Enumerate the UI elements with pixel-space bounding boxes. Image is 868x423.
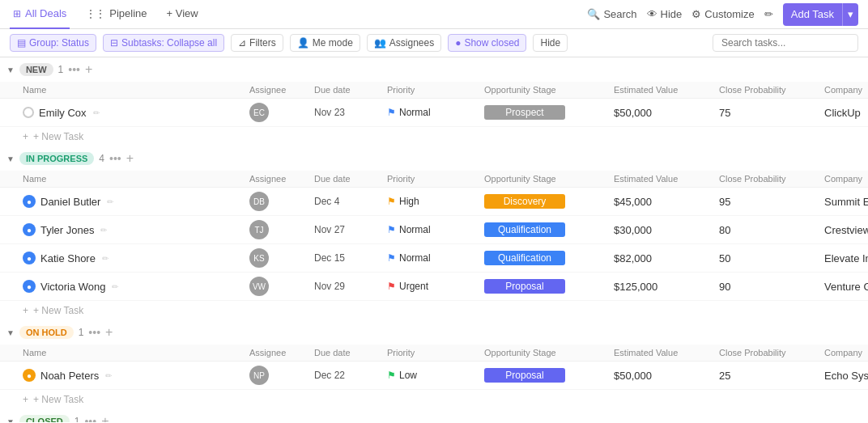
col-company: Company [824, 85, 868, 95]
task-icon-victoria[interactable]: ● [23, 280, 36, 293]
assignee-noah: NP [249, 366, 314, 385]
grid-icon: ⊞ [13, 8, 21, 19]
task-icon-katie[interactable]: ● [23, 252, 36, 264]
col-name: Name [23, 85, 249, 95]
assignee-tyler: TJ [249, 220, 314, 239]
table-row[interactable]: Emily Cox ✏ EC Nov 23 ⚑ Normal Prospect … [0, 99, 868, 127]
new-task-new[interactable]: + + New Task [0, 127, 868, 146]
section-header-new[interactable]: ▼ NEW 1 ••• + [0, 57, 868, 82]
assignee-victoria: VW [249, 277, 314, 296]
table-row[interactable]: ● Noah Peters ✏ NP Dec 22 ⚑ Low Proposal… [0, 362, 868, 390]
add-task-button[interactable]: Add Task ▾ [783, 3, 858, 26]
search-button[interactable]: 🔍 Search [587, 8, 636, 20]
edit-icon-katie[interactable]: ✏ [102, 254, 108, 263]
collapse-arrow-inprogress[interactable]: ▼ [6, 154, 15, 163]
task-name-daniel: ● Daniel Butler ✏ [23, 195, 249, 208]
section-new: ▼ NEW 1 ••• + Name Assignee Due date Pri… [0, 57, 868, 146]
task-name-tyler: ● Tyler Jones ✏ [23, 223, 249, 236]
col-headers-new: Name Assignee Due date Priority Opportun… [0, 82, 868, 99]
main-content: ▼ NEW 1 ••• + Name Assignee Due date Pri… [0, 57, 868, 422]
show-closed-icon: ● [455, 37, 461, 49]
section-onhold: ▼ ON HOLD 1 ••• + Name Assignee Due date… [0, 320, 868, 409]
col-estimated-value: Estimated Value [614, 85, 719, 95]
section-header-onhold[interactable]: ▼ ON HOLD 1 ••• + [0, 320, 868, 345]
person-icon: 👤 [297, 37, 309, 49]
filter-bar: ▤ Group: Status ⊟ Subtasks: Collapse all… [0, 29, 868, 57]
pipeline-icon: ⋮⋮ [86, 8, 105, 19]
section-add-onhold[interactable]: + [105, 325, 113, 340]
task-checkbox-emily[interactable] [23, 107, 34, 118]
tab-add-view[interactable]: + View [164, 0, 202, 29]
avatar-emily: EC [249, 103, 269, 122]
edit-icon-tyler[interactable]: ✏ [100, 226, 107, 235]
edit-icon-noah[interactable]: ✏ [105, 371, 112, 380]
stage-daniel: Discovery [484, 194, 614, 209]
due-date-emily: Nov 23 [314, 107, 387, 118]
table-row[interactable]: ● Victoria Wong ✏ VW Nov 29 ⚑ Urgent Pro… [0, 273, 868, 301]
tab-pipeline[interactable]: ⋮⋮ Pipeline [83, 0, 150, 29]
col-close-probability: Close Probability [719, 85, 824, 95]
table-row[interactable]: ● Daniel Butler ✏ DB Dec 4 ⚑ High Discov… [0, 188, 868, 216]
me-mode-button[interactable]: 👤 Me mode [290, 34, 360, 52]
add-task-caret[interactable]: ▾ [842, 3, 858, 26]
task-name-katie: ● Katie Shore ✏ [23, 252, 249, 264]
flag-icon-emily: ⚑ [387, 107, 396, 118]
section-dots-onhold[interactable]: ••• [88, 326, 100, 339]
filter-icon: ⊿ [238, 37, 246, 49]
task-icon-tyler[interactable]: ● [23, 223, 36, 236]
section-add-inprogress[interactable]: + [126, 151, 134, 166]
edit-icon-daniel[interactable]: ✏ [107, 197, 113, 206]
section-dots-new[interactable]: ••• [68, 63, 80, 76]
new-task-onhold[interactable]: + + New Task [0, 390, 868, 409]
show-closed-button[interactable]: ● Show closed [448, 34, 526, 52]
hide-button[interactable]: 👁 Hide [647, 8, 683, 20]
task-icon-daniel[interactable]: ● [23, 195, 36, 208]
new-task-inprogress[interactable]: + + New Task [0, 301, 868, 320]
table-row[interactable]: ● Tyler Jones ✏ TJ Nov 27 ⚑ Normal Quali… [0, 216, 868, 244]
section-dots-inprogress[interactable]: ••• [109, 152, 121, 165]
customize-button[interactable]: ⚙ Customize [691, 8, 754, 20]
col-due-date: Due date [314, 85, 387, 95]
table-row[interactable]: ● Katie Shore ✏ KS Dec 15 ⚑ Normal Quali… [0, 244, 868, 273]
collapse-arrow-closed[interactable]: ▼ [6, 417, 15, 423]
edit-icon-emily[interactable]: ✏ [93, 108, 100, 117]
col-headers-onhold: Name Assignee Due date Priority Opportun… [0, 345, 868, 362]
priority-emily: ⚑ Normal [387, 107, 484, 118]
section-add-new[interactable]: + [85, 62, 92, 77]
assignee-daniel: DB [249, 192, 314, 211]
group-status-filter[interactable]: ▤ Group: Status [10, 34, 96, 52]
avatar-katie: KS [249, 248, 269, 268]
hide-button[interactable]: Hide [533, 34, 568, 52]
assignee-emily: EC [249, 103, 314, 122]
avatar-daniel: DB [249, 192, 269, 211]
section-count-inprogress: 4 [99, 153, 104, 164]
est-value-emily: $50,000 [614, 107, 719, 119]
edit-icon[interactable]: ✏ [764, 8, 773, 20]
task-icon-noah[interactable]: ● [23, 369, 36, 382]
close-prob-emily: 75 [719, 107, 824, 119]
top-nav: ⊞ All Deals ⋮⋮ Pipeline + View 🔍 Search … [0, 0, 868, 29]
assignees-button[interactable]: 👥 Assignees [367, 34, 441, 52]
tab-all-deals[interactable]: ⊞ All Deals [10, 0, 70, 29]
collapse-arrow-onhold[interactable]: ▼ [6, 328, 15, 337]
filters-button[interactable]: ⊿ Filters [231, 34, 283, 52]
collapse-arrow-new[interactable]: ▼ [6, 66, 15, 74]
flag-icon-victoria: ⚑ [387, 281, 396, 292]
nav-tabs: ⊞ All Deals ⋮⋮ Pipeline + View [10, 0, 202, 29]
badge-closed: CLOSED [19, 415, 70, 422]
section-count-onhold: 1 [79, 327, 84, 338]
task-name-noah: ● Noah Peters ✏ [23, 369, 249, 382]
section-header-inprogress[interactable]: ▼ IN PROGRESS 4 ••• + [0, 146, 868, 171]
col-assignee: Assignee [249, 85, 314, 95]
section-header-closed[interactable]: ▼ CLOSED 1 ••• + [0, 409, 868, 422]
edit-icon-victoria[interactable]: ✏ [112, 282, 118, 291]
eye-icon: 👁 [647, 8, 657, 20]
section-inprogress: ▼ IN PROGRESS 4 ••• + Name Assignee Due … [0, 146, 868, 320]
search-tasks-input[interactable] [713, 34, 858, 52]
section-dots-closed[interactable]: ••• [84, 415, 96, 422]
search-icon: 🔍 [587, 8, 600, 20]
subtasks-filter[interactable]: ⊟ Subtasks: Collapse all [103, 34, 224, 52]
section-add-closed[interactable]: + [101, 414, 108, 422]
assignees-icon: 👥 [374, 37, 386, 49]
flag-icon-noah: ⚑ [387, 370, 396, 381]
